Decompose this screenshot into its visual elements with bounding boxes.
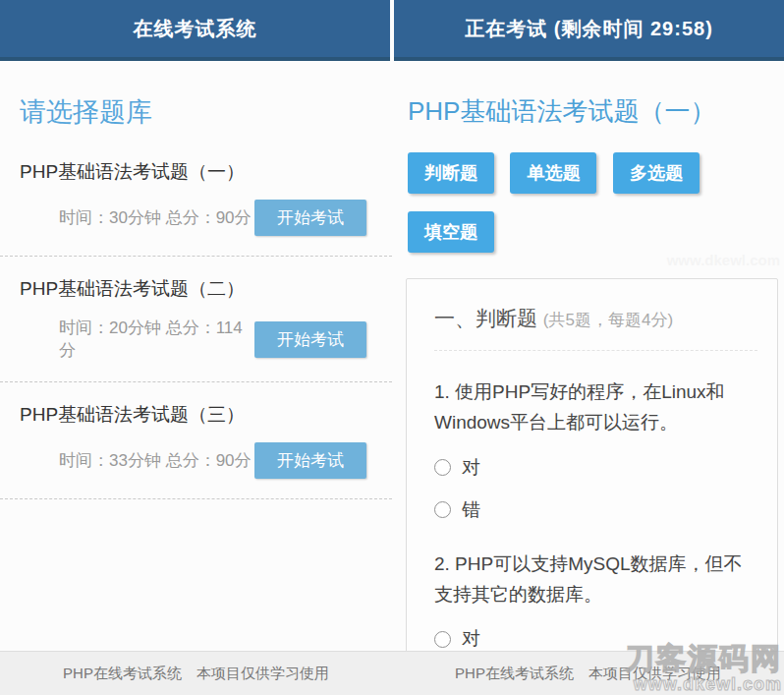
option-false[interactable]: 错 xyxy=(434,497,757,523)
left-footer-text: PHP在线考试系统 本项目仅供学习使用 xyxy=(63,665,329,683)
tab-single-choice[interactable]: 单选题 xyxy=(510,152,596,194)
right-header-title: 正在考试 (剩余时间 29:58) xyxy=(465,16,713,42)
question-type-buttons: 判断题 单选题 多选题 填空题 xyxy=(392,152,784,270)
exam-list-item: PHP基础语法考试题（三） 时间：33分钟 总分：90分 开始考试 xyxy=(0,382,392,499)
exam-row: 时间：20分钟 总分：114分 开始考试 xyxy=(20,317,372,362)
section-divider xyxy=(434,350,757,351)
question-block: 1. 使用PHP写好的程序，在Linux和Windows平台上都可以运行。 对 … xyxy=(434,376,757,523)
option-label: 对 xyxy=(462,455,480,481)
question-card: 一、判断题 (共5题，每题4分) 1. 使用PHP写好的程序，在Linux和Wi… xyxy=(406,278,778,695)
exam-list-item: PHP基础语法考试题（二） 时间：20分钟 总分：114分 开始考试 xyxy=(0,257,392,382)
start-exam-button[interactable]: 开始考试 xyxy=(254,321,366,358)
option-label: 对 xyxy=(462,626,480,652)
section-header: 一、判断题 (共5题，每题4分) xyxy=(434,305,757,332)
panel-exam-taking: 正在考试 (剩余时间 29:58) PHP基础语法考试题（一） 判断题 单选题 … xyxy=(392,0,784,695)
online-exam-app: 在线考试系统 请选择题库 PHP基础语法考试题（一） 时间：30分钟 总分：90… xyxy=(0,0,784,695)
tab-judge-questions[interactable]: 判断题 xyxy=(408,152,494,194)
radio-icon[interactable] xyxy=(434,459,451,476)
exam-name: PHP基础语法考试题（三） xyxy=(20,402,372,428)
exam-meta: 时间：30分钟 总分：90分 xyxy=(59,206,254,229)
exam-name: PHP基础语法考试题（二） xyxy=(20,276,372,302)
option-label: 错 xyxy=(462,497,480,523)
exam-meta: 时间：33分钟 总分：90分 xyxy=(59,449,254,472)
exam-meta: 时间：20分钟 总分：114分 xyxy=(59,317,254,362)
current-exam-title: PHP基础语法考试题（一） xyxy=(392,94,784,129)
tab-fill-blank[interactable]: 填空题 xyxy=(408,211,494,253)
question-text: 1. 使用PHP写好的程序，在Linux和Windows平台上都可以运行。 xyxy=(434,376,757,438)
exam-list-item: PHP基础语法考试题（一） 时间：30分钟 总分：90分 开始考试 xyxy=(0,140,392,257)
left-footer: PHP在线考试系统 本项目仅供学习使用 xyxy=(0,651,392,695)
select-bank-title: 请选择题库 xyxy=(0,94,392,130)
section-label: 一、判断题 xyxy=(434,307,537,329)
radio-icon[interactable] xyxy=(434,501,451,518)
radio-icon[interactable] xyxy=(434,631,451,648)
start-exam-button[interactable]: 开始考试 xyxy=(254,442,366,479)
left-header-bar: 在线考试系统 xyxy=(0,0,390,61)
start-exam-button[interactable]: 开始考试 xyxy=(254,200,366,236)
exam-row: 时间：33分钟 总分：90分 开始考试 xyxy=(20,442,372,479)
panel-exam-list: 在线考试系统 请选择题库 PHP基础语法考试题（一） 时间：30分钟 总分：90… xyxy=(0,0,392,695)
option-true[interactable]: 对 xyxy=(434,626,757,652)
section-note: (共5题，每题4分) xyxy=(543,311,673,329)
exam-name: PHP基础语法考试题（一） xyxy=(20,159,372,185)
right-footer-text: PHP在线考试系统 本项目仅供学习使用 xyxy=(455,665,721,683)
exam-row: 时间：30分钟 总分：90分 开始考试 xyxy=(20,200,372,236)
tab-multi-choice[interactable]: 多选题 xyxy=(613,152,700,194)
question-text: 2. PHP可以支持MySQL数据库，但不支持其它的数据库。 xyxy=(434,549,757,610)
right-header-bar: 正在考试 (剩余时间 29:58) xyxy=(394,0,784,61)
right-footer: PHP在线考试系统 本项目仅供学习使用 xyxy=(392,651,784,695)
left-header-title: 在线考试系统 xyxy=(134,16,257,42)
option-true[interactable]: 对 xyxy=(434,455,757,481)
